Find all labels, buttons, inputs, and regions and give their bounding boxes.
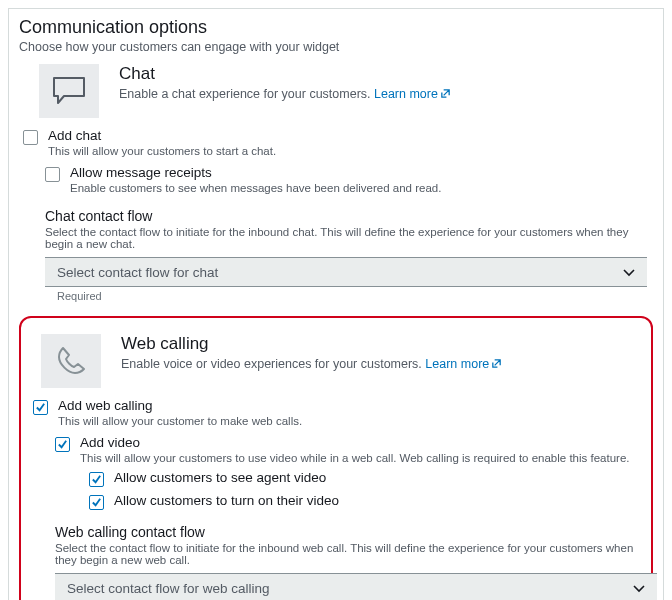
web-flow-label: Web calling contact flow [55,524,643,540]
add-video-sub: This will allow your customers to use vi… [80,452,630,464]
chat-icon [39,64,99,118]
add-video-row: Add video This will allow your customers… [29,435,643,464]
allow-see-agent-checkbox[interactable] [89,472,104,487]
chat-desc: Enable a chat experience for your custom… [119,87,451,102]
chat-flow-placeholder: Select contact flow for chat [57,265,218,280]
add-web-calling-sub: This will allow your customer to make we… [58,415,302,427]
web-flow-placeholder: Select contact flow for web calling [67,581,270,596]
chat-flow-required: Required [57,290,653,302]
chat-learn-more-link[interactable]: Learn more [374,87,451,101]
add-chat-checkbox[interactable] [23,130,38,145]
allow-receipts-checkbox[interactable] [45,167,60,182]
external-link-icon [440,88,451,102]
allow-receipts-row: Allow message receipts Enable customers … [19,165,653,194]
page-title: Communication options [19,17,653,38]
allow-turn-on-checkbox[interactable] [89,495,104,510]
web-calling-header: Web calling Enable voice or video experi… [29,334,643,388]
add-web-calling-label: Add web calling [58,398,302,413]
add-web-calling-checkbox[interactable] [33,400,48,415]
chat-header: Chat Enable a chat experience for your c… [19,64,653,118]
chat-desc-text: Enable a chat experience for your custom… [119,87,374,101]
settings-panel: Communication options Choose how your cu… [8,8,664,600]
web-calling-title: Web calling [121,334,502,354]
external-link-icon [491,358,502,372]
chat-title: Chat [119,64,451,84]
chat-flow-select[interactable]: Select contact flow for chat [45,257,647,287]
phone-icon [41,334,101,388]
chat-learn-more-text: Learn more [374,87,438,101]
chat-flow-sub: Select the contact flow to initiate for … [45,226,645,250]
add-chat-label: Add chat [48,128,276,143]
web-calling-desc: Enable voice or video experiences for yo… [121,357,502,372]
chevron-down-icon [633,581,645,596]
add-chat-sub: This will allow your customers to start … [48,145,276,157]
add-video-checkbox[interactable] [55,437,70,452]
web-flow-sub: Select the contact flow to initiate for … [55,542,643,566]
allow-turn-on-label: Allow customers to turn on their video [114,493,339,508]
allow-turn-on-row: Allow customers to turn on their video [29,493,643,510]
add-web-calling-row: Add web calling This will allow your cus… [29,398,643,427]
web-learn-more-text: Learn more [425,357,489,371]
web-flow-select[interactable]: Select contact flow for web calling [55,573,657,600]
add-chat-row: Add chat This will allow your customers … [19,128,653,157]
allow-receipts-label: Allow message receipts [70,165,441,180]
page-subtitle: Choose how your customers can engage wit… [19,40,653,54]
allow-see-agent-row: Allow customers to see agent video [29,470,643,487]
allow-see-agent-label: Allow customers to see agent video [114,470,326,485]
chevron-down-icon [623,265,635,280]
add-video-label: Add video [80,435,630,450]
chat-flow-label: Chat contact flow [45,208,653,224]
web-calling-desc-text: Enable voice or video experiences for yo… [121,357,425,371]
web-calling-learn-more-link[interactable]: Learn more [425,357,502,371]
web-calling-highlight: Web calling Enable voice or video experi… [19,316,653,600]
allow-receipts-sub: Enable customers to see when messages ha… [70,182,441,194]
